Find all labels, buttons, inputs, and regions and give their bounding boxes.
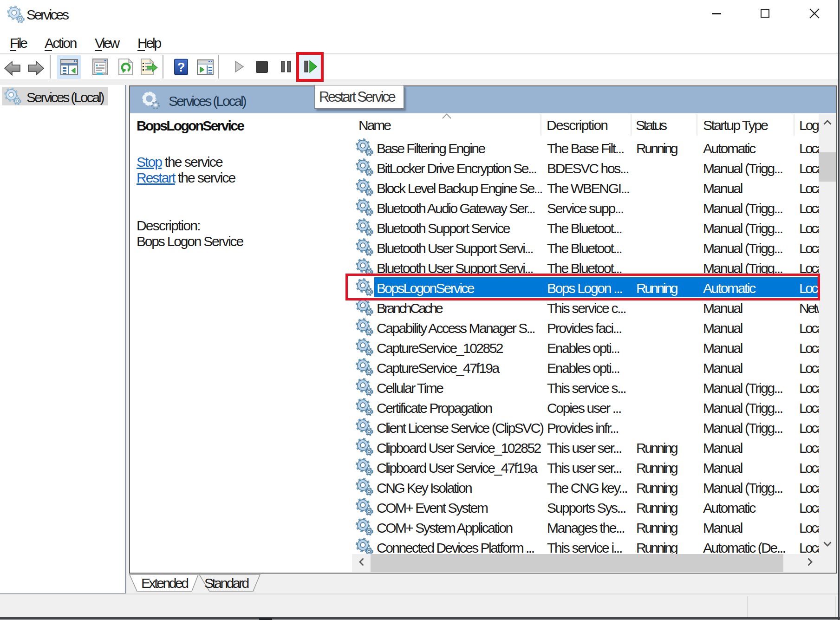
svg-text:?: ? [177, 60, 185, 74]
